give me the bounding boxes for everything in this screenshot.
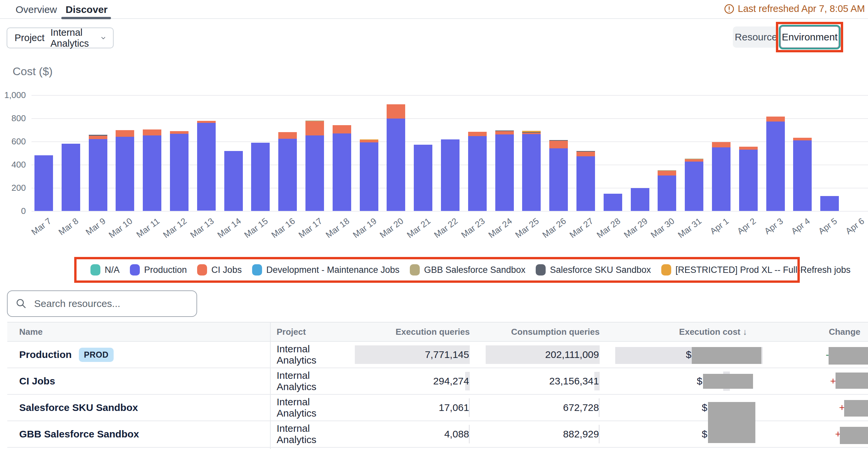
cost-currency-prefix: $ [702,402,707,413]
chart-title: Cost ($) [12,65,53,78]
stacked-bar-apr-2[interactable] [739,147,758,211]
tab-bar: Overview Discover Last refreshed Apr 7, … [0,0,868,19]
redacted-value-box [840,427,868,444]
bar-segment [522,134,541,211]
stacked-bar-mar-25[interactable] [522,131,541,211]
table-header-row: NameProjectExecution queriesConsumption … [7,322,868,342]
column-header-consumption-queries[interactable]: Consumption queries [470,327,600,337]
y-axis-tick-label: 0 [0,206,26,216]
stacked-bar-mar-18[interactable] [333,125,351,211]
stacked-bar-mar-12[interactable] [170,131,188,211]
stacked-bar-mar-15[interactable] [251,143,270,211]
cell-value: 23,156,341 [549,376,599,387]
legend-swatch-icon [410,264,420,276]
stacked-bar-mar-16[interactable] [278,132,297,211]
stacked-bar-apr-3[interactable] [766,117,785,211]
stacked-bar-mar-29[interactable] [631,188,649,211]
stacked-bar-mar-13[interactable] [197,121,216,211]
redacted-value-box [836,373,868,389]
stacked-bar-apr-1[interactable] [712,142,731,211]
stacked-bar-mar-14[interactable] [224,151,243,211]
stacked-bar-mar-11[interactable] [143,129,161,211]
bar-segment [278,139,297,211]
y-axis-tick-label: 800 [0,113,26,124]
bar-segment [170,134,188,211]
cell-value: 7,771,145 [425,349,469,360]
y-axis-tick-label: 400 [0,160,26,170]
bar-segment [495,134,514,211]
stacked-bar-mar-8[interactable] [62,144,80,211]
resource-name: Production [19,349,71,360]
bar-segment [170,131,188,134]
stacked-bar-mar-7[interactable] [34,155,53,211]
column-header-change[interactable]: Change [765,327,868,337]
stacked-bar-mar-22[interactable] [441,139,460,211]
stacked-bar-mar-20[interactable] [386,104,405,211]
execution-queries-cell: 294,274 [346,368,470,394]
stacked-bar-mar-10[interactable] [116,130,134,211]
legend-swatch-icon [252,264,262,276]
bar-segment [414,145,432,211]
legend-label: [RESTRICTED] Prod XL -- Full-Refresh job… [676,265,851,275]
legend-item[interactable]: GBB Salesforce Sandbox [410,264,525,276]
stacked-bar-apr-4[interactable] [793,138,812,211]
stacked-bar-mar-28[interactable] [603,194,622,211]
cell-value: 294,274 [433,376,469,387]
legend-item[interactable]: [RESTRICTED] Prod XL -- Full-Refresh job… [661,264,851,276]
legend-item[interactable]: CI Jobs [197,264,242,276]
bar-segment [62,144,80,211]
column-header-execution-cost[interactable]: Execution cost ↓ [600,327,765,337]
tab-discover[interactable]: Discover [66,4,108,15]
bar-segment [658,175,676,211]
cost-currency-prefix: $ [697,376,702,387]
tab-overview[interactable]: Overview [16,4,57,15]
stacked-bar-mar-31[interactable] [685,159,703,211]
y-axis-tick-label: 600 [0,136,26,147]
search-icon [16,298,27,309]
legend-label: GBB Salesforce Sandbox [424,265,525,275]
stacked-bar-mar-23[interactable] [468,132,487,211]
bar-segment [116,137,134,211]
last-refreshed-status: Last refreshed Apr 7, 8:05 AM PDT [724,3,868,14]
stacked-bar-mar-30[interactable] [658,170,676,211]
stacked-bar-apr-5[interactable] [820,196,839,211]
project-filter-dropdown[interactable]: Project Internal Analytics [7,28,114,49]
bar-segment [603,194,622,211]
legend-swatch-icon [197,264,207,276]
stacked-bar-mar-17[interactable] [306,121,324,211]
active-tab-underline [61,17,111,19]
y-axis-tick-label: 200 [0,183,26,193]
y-axis-tick-label: 1,000 [0,90,26,100]
redacted-value-box [703,374,753,389]
toggle-resource-button[interactable]: Resource [733,27,779,48]
legend-item[interactable]: Production [130,264,187,276]
bar-segment [739,150,758,211]
legend-item[interactable]: Salesforce SKU Sandbox [536,264,651,276]
cell-value: 672,728 [563,402,599,413]
stacked-bar-mar-21[interactable] [414,145,432,211]
consumption-queries-cell: 882,929 [470,421,600,447]
bar-segment [251,143,270,211]
consumption-queries-cell: 202,111,009 [470,342,600,367]
column-header-execution-queries[interactable]: Execution queries [346,327,470,337]
bar-segment [766,122,785,211]
search-resources-input[interactable]: Search resources... [7,290,197,317]
project-cell: Internal Analytics [270,370,346,392]
column-header-project[interactable]: Project [270,327,346,337]
stacked-bar-mar-9[interactable] [89,135,107,211]
legend-item[interactable]: Development - Maintenance Jobs [252,264,400,276]
stacked-bar-mar-26[interactable] [549,140,568,211]
redacted-value-box [692,347,761,364]
legend-item[interactable]: N/A [90,264,120,276]
last-refreshed-text: Last refreshed Apr 7, 8:05 AM PDT [738,3,868,14]
toggle-environment-button[interactable]: Environment [780,26,839,48]
bar-segment [89,139,107,211]
stacked-bar-mar-19[interactable] [360,139,378,211]
bar-segment [441,139,460,211]
stacked-bar-mar-27[interactable] [577,151,595,211]
bar-segment [333,125,351,133]
redacted-value-box [829,347,868,364]
legend-label: Development - Maintenance Jobs [266,265,400,275]
stacked-bar-mar-24[interactable] [495,130,514,211]
column-header-name[interactable]: Name [7,327,270,337]
